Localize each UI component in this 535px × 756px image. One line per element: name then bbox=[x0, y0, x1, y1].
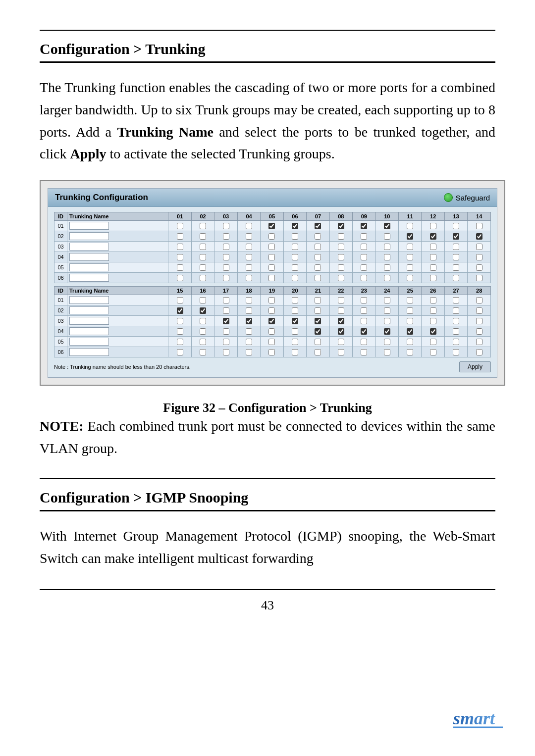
trunk-name-input-t2-04[interactable] bbox=[69, 327, 109, 335]
checkbox-t2-03-9[interactable] bbox=[361, 318, 367, 324]
checkbox-t2-02-1[interactable] bbox=[177, 307, 183, 314]
checkbox-t1-05-5[interactable] bbox=[268, 264, 275, 271]
checkbox-t2-06-11[interactable] bbox=[407, 349, 413, 355]
checkbox-t2-01-5[interactable] bbox=[268, 297, 275, 303]
checkbox-t1-03-5[interactable] bbox=[268, 244, 275, 250]
checkbox-t1-03-9[interactable] bbox=[361, 244, 367, 250]
checkbox-t2-03-7[interactable] bbox=[315, 318, 321, 324]
checkbox-t2-04-10[interactable] bbox=[384, 328, 390, 335]
checkbox-t1-06-1[interactable] bbox=[177, 275, 183, 281]
checkbox-t2-05-4[interactable] bbox=[246, 339, 252, 345]
checkbox-t1-02-13[interactable] bbox=[453, 233, 459, 240]
checkbox-t2-01-7[interactable] bbox=[315, 297, 321, 303]
checkbox-t2-02-6[interactable] bbox=[292, 307, 298, 314]
checkbox-t1-04-8[interactable] bbox=[338, 254, 344, 260]
checkbox-t1-04-10[interactable] bbox=[384, 254, 390, 260]
checkbox-t1-04-12[interactable] bbox=[430, 254, 436, 260]
checkbox-t1-02-10[interactable] bbox=[384, 233, 390, 240]
checkbox-t2-03-14[interactable] bbox=[476, 318, 482, 324]
checkbox-t1-02-3[interactable] bbox=[223, 233, 229, 240]
checkbox-t1-06-7[interactable] bbox=[315, 275, 321, 281]
checkbox-t2-03-1[interactable] bbox=[177, 318, 183, 324]
checkbox-t1-05-1[interactable] bbox=[177, 264, 183, 271]
checkbox-t2-02-3[interactable] bbox=[223, 307, 229, 314]
checkbox-t2-01-12[interactable] bbox=[430, 297, 436, 303]
checkbox-t1-06-4[interactable] bbox=[246, 275, 252, 281]
checkbox-t2-03-10[interactable] bbox=[384, 318, 390, 324]
checkbox-t1-02-6[interactable] bbox=[292, 233, 298, 240]
checkbox-t1-04-3[interactable] bbox=[223, 254, 229, 260]
checkbox-t1-01-5[interactable] bbox=[268, 223, 275, 229]
checkbox-t2-06-8[interactable] bbox=[338, 349, 344, 355]
checkbox-t2-04-3[interactable] bbox=[223, 328, 229, 335]
checkbox-t2-05-7[interactable] bbox=[315, 339, 321, 345]
checkbox-t1-06-13[interactable] bbox=[453, 275, 459, 281]
checkbox-t1-05-3[interactable] bbox=[223, 264, 229, 271]
checkbox-t1-04-9[interactable] bbox=[361, 254, 367, 260]
trunk-name-input-t1-06[interactable] bbox=[69, 274, 109, 282]
checkbox-t2-05-9[interactable] bbox=[361, 339, 367, 345]
checkbox-t2-06-14[interactable] bbox=[476, 349, 482, 355]
checkbox-t2-02-10[interactable] bbox=[384, 307, 390, 314]
checkbox-t2-05-2[interactable] bbox=[200, 339, 206, 345]
checkbox-t2-06-12[interactable] bbox=[430, 349, 436, 355]
checkbox-t2-01-9[interactable] bbox=[361, 297, 367, 303]
checkbox-t1-01-8[interactable] bbox=[338, 223, 344, 229]
trunk-name-input-t1-04[interactable] bbox=[69, 253, 109, 261]
checkbox-t1-06-12[interactable] bbox=[430, 275, 436, 281]
checkbox-t2-03-13[interactable] bbox=[453, 318, 459, 324]
checkbox-t2-06-10[interactable] bbox=[384, 349, 390, 355]
checkbox-t1-01-14[interactable] bbox=[476, 223, 482, 229]
checkbox-t2-05-5[interactable] bbox=[268, 339, 275, 345]
checkbox-t2-02-9[interactable] bbox=[361, 307, 367, 314]
checkbox-t1-01-10[interactable] bbox=[384, 223, 390, 229]
checkbox-t2-06-9[interactable] bbox=[361, 349, 367, 355]
checkbox-t1-01-1[interactable] bbox=[177, 223, 183, 229]
checkbox-t1-02-5[interactable] bbox=[268, 233, 275, 240]
trunk-name-input-t1-01[interactable] bbox=[69, 222, 109, 230]
checkbox-t1-06-9[interactable] bbox=[361, 275, 367, 281]
checkbox-t1-05-4[interactable] bbox=[246, 264, 252, 271]
checkbox-t1-03-14[interactable] bbox=[476, 244, 482, 250]
checkbox-t2-05-6[interactable] bbox=[292, 339, 298, 345]
checkbox-t2-01-10[interactable] bbox=[384, 297, 390, 303]
checkbox-t2-04-11[interactable] bbox=[407, 328, 413, 335]
checkbox-t1-03-3[interactable] bbox=[223, 244, 229, 250]
checkbox-t2-04-6[interactable] bbox=[292, 328, 298, 335]
checkbox-t2-02-12[interactable] bbox=[430, 307, 436, 314]
checkbox-t1-01-11[interactable] bbox=[407, 223, 413, 229]
checkbox-t1-05-11[interactable] bbox=[407, 264, 413, 271]
checkbox-t1-06-3[interactable] bbox=[223, 275, 229, 281]
checkbox-t1-06-8[interactable] bbox=[338, 275, 344, 281]
checkbox-t1-04-13[interactable] bbox=[453, 254, 459, 260]
checkbox-t2-01-2[interactable] bbox=[200, 297, 206, 303]
checkbox-t2-03-4[interactable] bbox=[246, 318, 252, 324]
checkbox-t1-03-2[interactable] bbox=[200, 244, 206, 250]
checkbox-t2-05-3[interactable] bbox=[223, 339, 229, 345]
checkbox-t2-02-2[interactable] bbox=[200, 307, 206, 314]
checkbox-t2-05-8[interactable] bbox=[338, 339, 344, 345]
checkbox-t2-04-14[interactable] bbox=[476, 328, 482, 335]
checkbox-t2-05-10[interactable] bbox=[384, 339, 390, 345]
checkbox-t1-03-10[interactable] bbox=[384, 244, 390, 250]
checkbox-t2-06-3[interactable] bbox=[223, 349, 229, 355]
checkbox-t2-03-11[interactable] bbox=[407, 318, 413, 324]
trunk-name-input-t1-05[interactable] bbox=[69, 263, 109, 271]
checkbox-t2-02-14[interactable] bbox=[476, 307, 482, 314]
checkbox-t2-06-4[interactable] bbox=[246, 349, 252, 355]
checkbox-t2-01-4[interactable] bbox=[246, 297, 252, 303]
checkbox-t1-02-7[interactable] bbox=[315, 233, 321, 240]
trunk-name-input-t1-03[interactable] bbox=[69, 243, 109, 251]
checkbox-t1-03-4[interactable] bbox=[246, 244, 252, 250]
checkbox-t2-02-11[interactable] bbox=[407, 307, 413, 314]
checkbox-t2-01-6[interactable] bbox=[292, 297, 298, 303]
checkbox-t1-04-14[interactable] bbox=[476, 254, 482, 260]
checkbox-t1-04-2[interactable] bbox=[200, 254, 206, 260]
checkbox-t2-04-5[interactable] bbox=[268, 328, 275, 335]
checkbox-t1-03-7[interactable] bbox=[315, 244, 321, 250]
checkbox-t1-04-11[interactable] bbox=[407, 254, 413, 260]
checkbox-t2-01-1[interactable] bbox=[177, 297, 183, 303]
checkbox-t1-01-7[interactable] bbox=[315, 223, 321, 229]
checkbox-t1-03-11[interactable] bbox=[407, 244, 413, 250]
checkbox-t1-06-10[interactable] bbox=[384, 275, 390, 281]
